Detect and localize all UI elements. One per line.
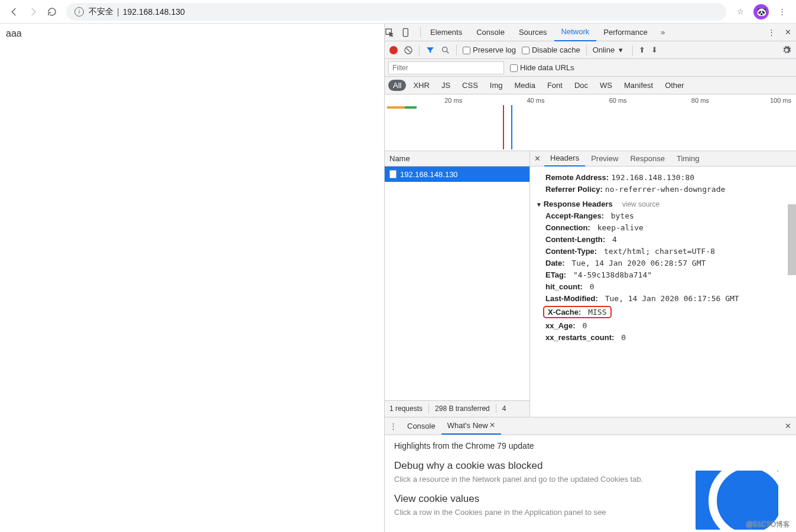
filter-icon[interactable] [425, 45, 435, 55]
header-row: Accept-Ranges: bytes [545, 211, 790, 220]
inspect-icon[interactable] [385, 28, 401, 37]
value: keep-alive [593, 223, 644, 232]
upload-har-icon[interactable]: ⬆ [639, 45, 645, 54]
type-js[interactable]: JS [437, 80, 455, 91]
detail-tab-timing[interactable]: Timing [671, 151, 706, 167]
response-headers-section[interactable]: Response Headersview source [536, 200, 790, 208]
profile-avatar[interactable]: 🐼 [753, 4, 769, 19]
drawer-tab-console[interactable]: Console [401, 417, 441, 435]
tick: 40 ms [467, 97, 549, 104]
close-devtools-icon[interactable]: ✕ [779, 28, 796, 37]
headers-body[interactable]: Remote Address:192.168.148.130:80 Referr… [530, 167, 796, 417]
more-tabs-icon[interactable]: » [655, 28, 671, 37]
detail-tab-preview[interactable]: Preview [585, 151, 624, 167]
tick: 80 ms [632, 97, 714, 104]
label: hit_count: [545, 282, 583, 291]
tick: 60 ms [549, 97, 631, 104]
drawer-tab-whatsnew[interactable]: What's New ✕ [441, 417, 501, 435]
timeline-bar [387, 106, 405, 109]
download-har-icon[interactable]: ⬇ [651, 45, 658, 54]
request-row[interactable]: 192.168.148.130 [385, 167, 529, 182]
type-other[interactable]: Other [660, 80, 689, 91]
disable-cache-checkbox[interactable]: Disable cache [522, 45, 580, 54]
clear-icon[interactable] [404, 45, 413, 55]
status-requests: 1 requests [389, 404, 423, 413]
type-manifest[interactable]: Manifest [619, 80, 658, 91]
feature-desc: Click a row in the Cookies pane in the A… [394, 507, 654, 518]
menu-icon[interactable]: ⋮ [772, 2, 791, 21]
header-row: xx_Age: 0 [545, 321, 790, 330]
type-xhr[interactable]: XHR [408, 80, 434, 91]
drawer-menu-icon[interactable]: ⋮ [385, 422, 401, 430]
device-icon[interactable] [401, 28, 418, 37]
dom-ready-mark [503, 105, 504, 149]
value: Tue, 14 Jan 2020 06:28:57 GMT [567, 259, 706, 267]
type-font[interactable]: Font [542, 80, 567, 91]
header-row: Date: Tue, 14 Jan 2020 06:28:57 GMT [545, 259, 790, 267]
value: 4 [607, 235, 617, 244]
close-detail-icon[interactable]: ✕ [530, 154, 544, 163]
type-filter-bar: All XHR JS CSS Img Media Font Doc WS Man… [385, 77, 796, 94]
value: 0 [585, 282, 594, 291]
reload-button[interactable] [43, 2, 61, 21]
separator [586, 45, 587, 56]
insecure-label: 不安全 [89, 6, 113, 17]
back-button[interactable] [5, 2, 24, 21]
network-timeline[interactable]: 20 ms 40 ms 60 ms 80 ms 100 ms [385, 94, 796, 151]
tab-console[interactable]: Console [469, 24, 512, 41]
settings-icon[interactable] [782, 45, 791, 55]
separator: | [117, 7, 119, 17]
devtools-tabs: Elements Console Sources Network Perform… [385, 24, 796, 41]
type-img[interactable]: Img [485, 80, 508, 91]
request-name: 192.168.148.130 [400, 170, 458, 179]
detail-tab-response[interactable]: Response [624, 151, 671, 167]
label: xx_restarts_count: [545, 333, 614, 342]
label: Date: [545, 259, 565, 267]
name-column-header[interactable]: Name [385, 151, 529, 167]
header-row: Content-Length: 4 [545, 235, 790, 244]
status-transferred: 298 B transferred [435, 404, 490, 413]
record-button[interactable] [389, 46, 398, 54]
label: xx_Age: [545, 321, 576, 330]
value: 0 [616, 333, 626, 342]
value: 192.168.148.130:80 [611, 173, 694, 182]
type-media[interactable]: Media [509, 80, 540, 91]
separator [632, 45, 633, 56]
tab-network[interactable]: Network [554, 24, 597, 41]
hide-data-urls-checkbox[interactable]: Hide data URLs [510, 63, 574, 72]
value: "4-59c138d8ba714" [568, 270, 652, 279]
throttling-select[interactable]: Online ▾ [593, 45, 623, 54]
tab-performance[interactable]: Performance [596, 24, 654, 41]
view-source-link[interactable]: view source [622, 200, 659, 208]
preserve-log-checkbox[interactable]: Preserve log [463, 45, 516, 54]
value: text/html; charset=UTF-8 [599, 247, 715, 256]
label: Last-Modified: [545, 294, 598, 303]
label: Referrer Policy: [545, 185, 603, 194]
type-ws[interactable]: WS [595, 80, 617, 91]
type-doc[interactable]: Doc [570, 80, 593, 91]
scrollbar-thumb[interactable] [788, 204, 796, 275]
detail-tab-headers[interactable]: Headers [544, 151, 585, 167]
watermark: @51CTO博客 [746, 520, 790, 530]
tab-elements[interactable]: Elements [423, 24, 469, 41]
search-icon[interactable] [441, 45, 450, 55]
close-drawer-icon[interactable]: ✕ [779, 422, 796, 430]
type-all[interactable]: All [388, 80, 406, 91]
header-row: Content-Type: text/html; charset=UTF-8 [545, 247, 790, 256]
address-bar[interactable]: i 不安全 | 192.168.148.130 [66, 3, 726, 21]
header-row: Last-Modified: Tue, 14 Jan 2020 06:17:56… [545, 294, 790, 303]
tab-sources[interactable]: Sources [512, 24, 554, 41]
close-icon[interactable]: ✕ [489, 421, 495, 429]
request-list: Name 192.168.148.130 1 requests 298 B tr… [385, 151, 530, 417]
browser-toolbar: i 不安全 | 192.168.148.130 ☆ 🐼 ⋮ [0, 0, 796, 24]
type-css[interactable]: CSS [457, 80, 483, 91]
label: Accept-Ranges: [545, 211, 604, 220]
forward-button[interactable] [24, 2, 43, 21]
filter-input[interactable] [388, 61, 504, 74]
star-icon[interactable]: ☆ [731, 2, 750, 21]
devtools-menu-icon[interactable]: ⋮ [763, 28, 779, 37]
url-text: 192.168.148.130 [123, 7, 185, 17]
label: Content-Length: [545, 235, 605, 244]
header-row: ETag: "4-59c138d8ba714" [545, 270, 790, 279]
header-row: Connection: keep-alive [545, 223, 790, 232]
